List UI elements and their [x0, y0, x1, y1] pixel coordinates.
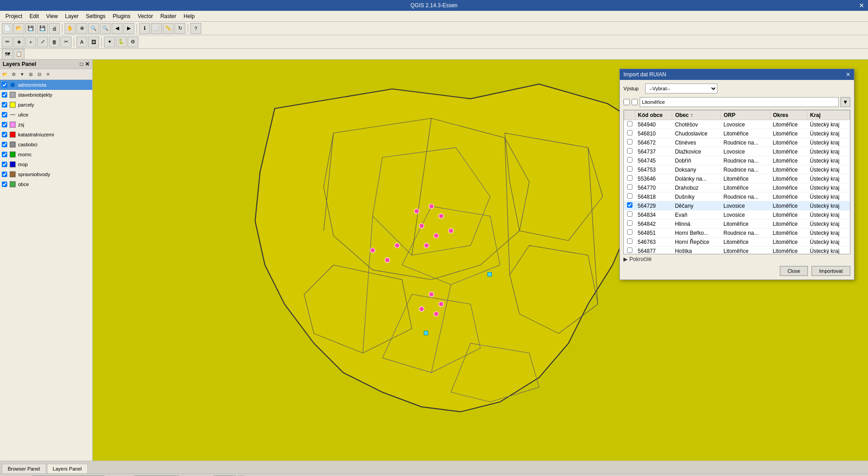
menu-edit[interactable]: Edit	[26, 11, 42, 21]
layer-checkbox-ulice[interactable]	[2, 112, 7, 117]
menu-layer[interactable]: Layer	[61, 11, 82, 21]
row-checkbox-9[interactable]	[627, 202, 632, 208]
layers-panel-tab[interactable]: Layers Panel	[47, 464, 88, 473]
zoom-prev-btn[interactable]: ◀	[112, 23, 123, 34]
row-checkbox-11[interactable]	[627, 220, 632, 226]
layer-item-katastralniuzemi[interactable]: katastralniuzemi	[0, 130, 92, 140]
save-as-btn[interactable]: 💾	[37, 23, 48, 34]
layer-item-stavebniobjekty[interactable]: stavebniobjekty	[0, 90, 92, 100]
img-btn[interactable]: 🖼	[88, 37, 99, 47]
search-check-none[interactable]	[632, 99, 638, 105]
layer-checkbox-stavebniobjekty[interactable]	[2, 92, 7, 98]
measure-btn[interactable]: 📏	[163, 23, 174, 34]
layer-item-spravniobvody[interactable]: spravniobvody	[0, 169, 92, 179]
layer-checkbox-mop[interactable]	[2, 162, 7, 167]
app-close-btn[interactable]: ✕	[859, 2, 864, 9]
layer-item-obce[interactable]: obce	[0, 179, 92, 189]
zoom-full-btn[interactable]: ⊕	[76, 23, 87, 34]
row-checkbox-6[interactable]	[627, 175, 632, 181]
import-table-container[interactable]: Kód obce Obec ↑ ORP Okres Kraj 564940Cho…	[623, 110, 850, 254]
menu-vector[interactable]: Vector	[134, 11, 157, 21]
row-checkbox-13[interactable]	[627, 238, 632, 244]
layer-item-ulice[interactable]: ulice	[0, 110, 92, 120]
layer-item-zsj[interactable]: zsj	[0, 120, 92, 130]
filter-layer-btn[interactable]: ▼	[18, 70, 26, 79]
layer-item-mop[interactable]: mop	[0, 159, 92, 169]
table-row[interactable]: 564753DoksanyRoudnice na...LitoměřiceÚst…	[624, 165, 850, 174]
zoom-next-btn[interactable]: ▶	[123, 23, 134, 34]
identify-btn[interactable]: ℹ	[139, 23, 150, 34]
layers-close-btn[interactable]: ✕	[85, 61, 90, 67]
table-row[interactable]: 546763Horní ŘepčiceLitoměřiceLitoměřiceÚ…	[624, 238, 850, 247]
table-row[interactable]: 564672CtinévesRoudnice na...LitoměřiceÚs…	[624, 138, 850, 147]
layer-checkbox-adresnimista[interactable]	[2, 82, 7, 88]
importovat-btn[interactable]: Importovat	[811, 266, 850, 276]
collapse-all-btn[interactable]: ⊟	[35, 70, 43, 79]
layer-item-momc[interactable]: momc	[0, 149, 92, 159]
label-btn[interactable]: A	[76, 37, 87, 47]
search-dropdown-btn[interactable]: ▼	[840, 97, 850, 107]
row-checkbox-0[interactable]	[627, 121, 632, 126]
layers-float-btn[interactable]: □	[80, 61, 83, 67]
cut-btn[interactable]: ✂	[61, 37, 71, 47]
menu-view[interactable]: View	[42, 11, 61, 21]
zoom-out-btn[interactable]: 🔍	[100, 23, 111, 34]
col-kod[interactable]: Kód obce	[635, 111, 672, 120]
digit-btn[interactable]: ✦	[104, 37, 115, 47]
pokrocile-row[interactable]: ▶ Pokročilé	[623, 256, 850, 262]
menu-settings[interactable]: Settings	[82, 11, 109, 21]
col-okres[interactable]: Okres	[770, 111, 807, 120]
move-btn[interactable]: ⤢	[37, 37, 48, 47]
table-row[interactable]: 564745DobříňRoudnice na...LitoměřiceÚste…	[624, 156, 850, 165]
menu-raster[interactable]: Raster	[157, 11, 180, 21]
pan-btn[interactable]: ✋	[65, 23, 75, 34]
table-row[interactable]: 553646Dolánky na...LitoměřiceLitoměřiceÚ…	[624, 174, 850, 183]
row-checkbox-2[interactable]	[627, 139, 632, 145]
layer-checkbox-parcely[interactable]	[2, 102, 7, 107]
save-project-btn[interactable]: 💾	[25, 23, 36, 34]
del-btn[interactable]: 🗑	[49, 37, 60, 47]
row-checkbox-1[interactable]	[627, 130, 632, 135]
table-row[interactable]: 546810ChudoslaviceLitoměřiceLitoměřiceÚs…	[624, 129, 850, 138]
map-canvas[interactable]: Import dat RUIAN ✕ Výstup --Vybrat-- ▼	[93, 60, 868, 461]
table-row[interactable]: 564818DušníkyRoudnice na...LitoměřiceÚst…	[624, 192, 850, 201]
help-btn[interactable]: ?	[190, 23, 201, 34]
table-row[interactable]: 564834EvaňLovosiceLitoměřiceÚstecký kraj	[624, 210, 850, 219]
print-btn[interactable]: 🖨	[49, 23, 60, 34]
import-dialog-close-icon[interactable]: ✕	[846, 71, 850, 78]
row-checkbox-14[interactable]	[627, 247, 632, 253]
add-feature-btn[interactable]: +	[25, 37, 36, 47]
table-row[interactable]: 564877HoštkaLitoměřiceLitoměřiceÚstecký …	[624, 247, 850, 255]
row-checkbox-3[interactable]	[627, 148, 632, 154]
search-input[interactable]	[640, 97, 839, 107]
layer-checkbox-katastralniuzemi[interactable]	[2, 132, 7, 137]
table-row[interactable]: 564851Horní Beřko...Roudnice na...Litomě…	[624, 229, 850, 238]
search-check-all[interactable]	[623, 99, 630, 105]
menu-project[interactable]: Project	[2, 11, 26, 21]
menu-plugins[interactable]: Plugins	[109, 11, 134, 21]
plugin1-btn[interactable]: 🐍	[116, 37, 127, 47]
browser-panel-tab[interactable]: Browser Panel	[2, 464, 46, 473]
plugin2-btn[interactable]: ⚙	[127, 37, 138, 47]
close-btn[interactable]: Close	[780, 266, 808, 276]
layer-checkbox-spravniobvody[interactable]	[2, 172, 7, 177]
zoom-in-btn[interactable]: 🔍	[88, 23, 99, 34]
table-row[interactable]: 564842HlinnáLitoměřiceLitoměřiceÚstecký …	[624, 219, 850, 229]
table-row[interactable]: 564940ChotěšovLovosiceLitoměřiceÚstecký …	[624, 120, 850, 129]
extra1-btn[interactable]: 🗺	[2, 49, 13, 60]
layer-item-adresnimista[interactable]: adresnimista	[0, 80, 92, 90]
new-project-btn[interactable]: 📄	[2, 23, 13, 34]
layer-checkbox-momc[interactable]	[2, 152, 7, 157]
layer-item-castiobci[interactable]: castiobci	[0, 140, 92, 149]
col-orp[interactable]: ORP	[721, 111, 770, 120]
table-row[interactable]: 564737DlažkoviceLovosiceLitoměřiceÚsteck…	[624, 147, 850, 156]
row-checkbox-4[interactable]	[627, 157, 632, 163]
col-kraj[interactable]: Kraj	[807, 111, 849, 120]
row-checkbox-10[interactable]	[627, 211, 632, 217]
table-row[interactable]: 564770DrahobuzLitoměřiceLitoměřiceÚsteck…	[624, 183, 850, 192]
row-checkbox-8[interactable]	[627, 193, 632, 199]
layer-checkbox-castiobci[interactable]	[2, 142, 7, 147]
row-checkbox-7[interactable]	[627, 184, 632, 190]
table-row[interactable]: 564729DěčanyLovosiceLitoměřiceÚstecký kr…	[624, 201, 850, 210]
remove-layer-btn[interactable]: ✕	[44, 70, 52, 79]
